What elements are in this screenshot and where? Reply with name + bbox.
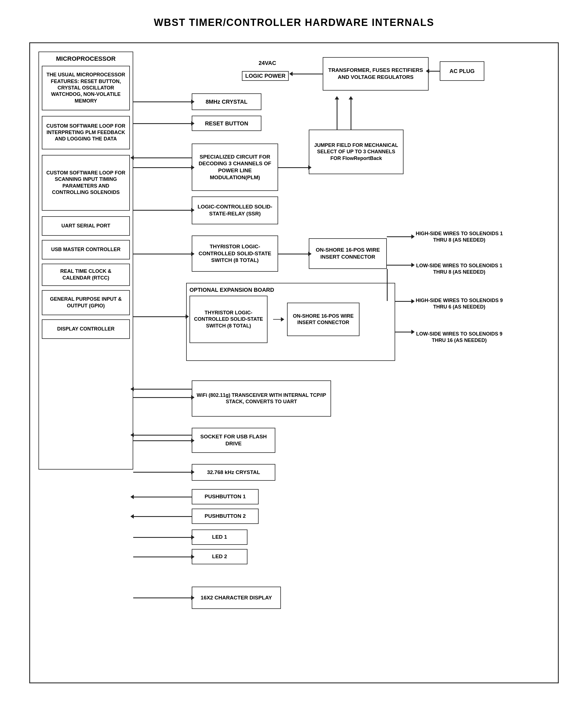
onshore-exp-box: ON-SHORE 16-POS WIRE INSERT CONNECTOR <box>287 303 359 336</box>
socket-to-usb-arrow <box>133 435 192 435</box>
uart-to-wifi-arrow <box>133 397 192 398</box>
gpio-to-pb1-arrow <box>133 496 192 497</box>
plm-loop-to-circuit-arrow <box>133 167 192 168</box>
plm-to-ssr-arrow <box>133 210 192 211</box>
solenoids-loop-box: CUSTOM SOFTWARE LOOP FOR SCANNING INPUT … <box>42 155 130 211</box>
microprocessor-outer-box: MICROPROCESSOR THE USUAL MICROPROCESSOR … <box>39 51 133 470</box>
display-ctrl-to-display-arrow <box>133 597 192 598</box>
rtcc-to-crystal-arrow <box>133 472 192 473</box>
onshore-to-highside-arrow <box>387 236 412 237</box>
24vac-top: 24VAC <box>259 60 276 66</box>
exp-to-highside-arrow <box>395 301 412 302</box>
jumper-vert-arrow1 <box>337 99 337 130</box>
rtcc-box: REAL TIME CLOCK & CALENDAR (RTCC) <box>42 264 130 286</box>
ssr-box: LOGIC-CONTROLLED SOLID-STATE-RELAY (SSR) <box>192 196 278 224</box>
reset-btn-box: RESET BUTTON <box>192 116 261 131</box>
gpio-box: GENERAL PURPOSE INPUT & OUTPUT (GPIO) <box>42 290 130 315</box>
onshore-main-box: ON-SHORE 16-POS WIRE INSERT CONNECTOR <box>309 238 387 269</box>
microprocessor-label: MICROPROCESSOR <box>42 55 130 63</box>
wifi-to-uart-arrow <box>133 389 192 389</box>
sol-to-thyristor-arrow <box>133 254 192 254</box>
crystal-8mhz-box: 8MHz CRYSTAL <box>192 93 261 110</box>
lowside-1-8: LOW-SIDE WIRES TO SOLENOIDS 1 THRU 8 (AS… <box>412 255 507 283</box>
plm-to-jumper-arrow <box>278 167 309 168</box>
plm-circuit-to-loop-arrow <box>133 157 192 158</box>
gpio-to-led1-arrow <box>133 537 192 538</box>
exp-to-lowside-arrow <box>395 332 412 333</box>
lowside-9-16: LOW-SIDE WIRES TO SOLENOIDS 9 THRU 16 (A… <box>412 322 507 353</box>
usb-box: USB MASTER CONTROLLER <box>42 240 130 259</box>
display-16x2-box: 16X2 CHARACTER DISPLAY <box>192 587 281 609</box>
ac-to-transformer-arrow <box>428 71 440 71</box>
display-ctrl-box: DISPLAY CONTROLLER <box>42 319 130 339</box>
vert-onshore-to-exp <box>387 269 387 301</box>
onshore-to-lowside-arrow <box>387 265 412 265</box>
mp-to-crystal-arrow <box>133 102 192 102</box>
sol-to-expansion-arrow <box>133 316 186 317</box>
wifi-box: WiFi (802.11g) TRANSCEIVER WITH INTERNAL… <box>192 380 331 417</box>
transformer-box: TRANSFORMER, FUSES RECTIFIERS AND VOLTAG… <box>323 57 428 90</box>
microprocessor-features-box: THE USUAL MICROPROCESSOR FEATURES: RESET… <box>42 66 130 110</box>
crystal-32-box: 32.768 kHz CRYSTAL <box>192 464 275 481</box>
usb-to-socket-arrow <box>133 440 192 441</box>
expansion-outer-box: OPTIONAL EXPANSION BOARD THYRISTOR LOGIC… <box>186 283 395 361</box>
transformer-to-logic-arrow <box>292 73 323 74</box>
plm-circuit-box: SPECIALIZED CIRCUIT FOR DECODING 3 CHANN… <box>192 144 278 191</box>
thyristor-main-box: THYRISTOR LOGIC-CONTROLLED SOLID-STATE S… <box>192 235 278 272</box>
thyristor-exp-box: THYRISTOR LOGIC-CONTROLLED SOLID-STATE S… <box>189 296 268 343</box>
thyristor-to-onshore-arrow <box>278 254 309 254</box>
led2-box: LED 2 <box>192 549 248 564</box>
gpio-to-pb2-arrow <box>133 516 192 517</box>
gpio-to-led2-arrow <box>133 556 192 557</box>
highside-1-8: HIGH-SIDE WIRES TO SOLENOIDS 1 THRU 8 (A… <box>412 221 507 252</box>
mp-to-reset-arrow <box>133 123 192 124</box>
jumper-field-box: JUMPER FIELD FOR MECHANICAL SELECT OF UP… <box>309 130 403 174</box>
highside-9-16: HIGH-SIDE WIRES TO SOLENOIDS 9 THRU 6 (A… <box>412 289 507 319</box>
jumper-vert-arrow2 <box>351 99 351 130</box>
pushbtn1-box: PUSHBUTTON 1 <box>192 489 259 505</box>
plm-loop-box: CUSTOM SOFTWARE LOOP FOR INTERPRETING PL… <box>42 116 130 149</box>
ac-plug-box: AC PLUG <box>440 61 484 81</box>
uart-box: UART SERIAL PORT <box>42 216 130 236</box>
thyristor-exp-arrow <box>273 319 281 320</box>
led1-box: LED 1 <box>192 530 248 545</box>
page-title: WBST TIMER/CONTROLLER HARDWARE INTERNALS <box>154 17 434 28</box>
pushbtn2-box: PUSHBUTTON 2 <box>192 509 259 524</box>
usb-socket-box: SOCKET FOR USB FLASH DRIVE <box>192 428 275 453</box>
diagram-container: MICROPROCESSOR THE USUAL MICROPROCESSOR … <box>29 42 559 683</box>
logic-power-label: LOGIC POWER <box>242 71 289 81</box>
